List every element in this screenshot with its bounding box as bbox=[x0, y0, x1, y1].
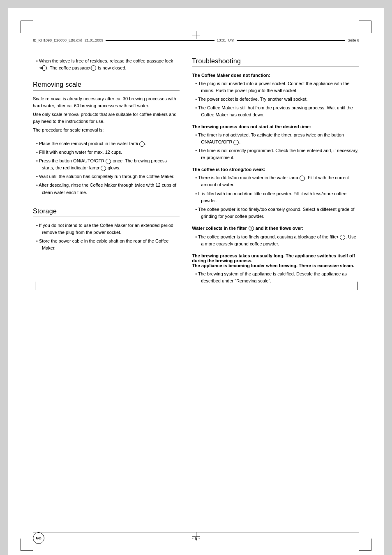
header-file-info: IB_KH1098_E26058_LB6.qxd bbox=[33, 38, 82, 42]
trouble-section-5: The brewing process takes unusually long… bbox=[192, 253, 359, 284]
trouble-title-2: The brewing process does not start at th… bbox=[192, 124, 359, 129]
icon-lamp: 9 bbox=[101, 166, 106, 171]
trouble-5-b1: The brewing system of the appliance is c… bbox=[195, 271, 359, 284]
footer-page: - 6 - bbox=[192, 536, 200, 541]
storage-section: Storage If you do not intend to use the … bbox=[33, 208, 180, 252]
header-date: 21.01.2009 bbox=[85, 38, 103, 42]
trouble-1-b3: The Coffee Maker is still hot from the p… bbox=[195, 104, 359, 118]
corner-mark-br bbox=[359, 539, 371, 551]
storage-bullet-1: If you do not intend to use the Coffee M… bbox=[36, 222, 180, 236]
header-bar: IB_KH1098_E26058_LB6.qxd 21.01.2009 13:3… bbox=[33, 38, 359, 43]
bullet-scale-4: Wait until the solution has completely r… bbox=[36, 173, 180, 180]
removing-scale-para1: Scale removal is already necessary after… bbox=[33, 95, 180, 109]
footer: GB - 6 - bbox=[33, 532, 359, 541]
storage-bullet-2: Store the power cable in the cable shaft… bbox=[36, 238, 180, 252]
removing-scale-section: Removing scale Scale removal is already … bbox=[33, 81, 180, 196]
trouble-bullets-1: The plug is not inserted into a power so… bbox=[192, 80, 359, 118]
crosshair-right bbox=[353, 282, 361, 290]
removing-scale-body: Scale removal is already necessary after… bbox=[33, 95, 180, 134]
icon-onoff-2: 1 bbox=[233, 140, 239, 145]
trouble-1-b2: The power socket is defective. Try anoth… bbox=[195, 96, 359, 103]
removing-scale-para3: The procedure for scale removal is: bbox=[33, 127, 180, 134]
icon-onoff-1: 1 bbox=[106, 159, 111, 164]
trouble-title-5: The brewing process takes unusually long… bbox=[192, 253, 359, 268]
trouble-2-b1: The timer is not activated. To activate … bbox=[195, 132, 359, 146]
icon-tank: 3 bbox=[139, 141, 145, 147]
header-divider2 bbox=[237, 40, 345, 41]
intro-icon2: 10 bbox=[91, 65, 96, 71]
trouble-section-1: The Coffee Maker does not function: The … bbox=[192, 73, 359, 118]
trouble-bullets-5: The brewing system of the appliance is c… bbox=[192, 271, 359, 284]
icon-filter: 1 bbox=[249, 226, 254, 231]
time-cursor bbox=[227, 38, 227, 43]
trouble-bullets-4: The coffee powder is too finely ground, … bbox=[192, 234, 359, 247]
removing-scale-bullets: Place the scale removal product in the w… bbox=[33, 140, 180, 196]
icon-tank-2: 3 bbox=[300, 176, 305, 181]
intro-icon1: 10 bbox=[42, 65, 47, 71]
intro-text: • When the sieve is free of residues, re… bbox=[36, 58, 180, 71]
trouble-section-3: The coffee is too strong/too weak: There… bbox=[192, 167, 359, 220]
intro-section: • When the sieve is free of residues, re… bbox=[33, 58, 180, 71]
bullet-scale-3: Press the button ON/AUTO/OFF 1 once. The… bbox=[36, 157, 180, 171]
removing-scale-title: Removing scale bbox=[33, 81, 180, 90]
crosshair-left bbox=[31, 282, 39, 290]
trouble-bullets-3: There is too little/too much water in th… bbox=[192, 174, 359, 220]
trouble-section-2: The brewing process does not start at th… bbox=[192, 124, 359, 161]
trouble-1-b1: The plug is not inserted into a power so… bbox=[195, 80, 359, 94]
storage-title: Storage bbox=[33, 208, 180, 217]
header-divider bbox=[106, 40, 214, 41]
corner-mark-tl bbox=[21, 21, 33, 33]
corner-mark-bl bbox=[21, 539, 33, 551]
troubleshooting-title: Troubleshooting bbox=[192, 58, 359, 67]
bullet-scale-2: Fill it with enough water for max. 12 cu… bbox=[36, 149, 180, 156]
trouble-3-b3: The coffee powder is too finely/too coar… bbox=[195, 206, 359, 220]
page: IB_KH1098_E26058_LB6.qxd 21.01.2009 13:3… bbox=[8, 8, 384, 555]
bullet-scale-1: Place the scale removal product in the w… bbox=[36, 140, 180, 147]
header-time-unit: Uhr bbox=[228, 38, 234, 42]
removing-scale-para2: Use only scale removal products that are… bbox=[33, 111, 180, 125]
trouble-4-b1: The coffee powder is too finely ground, … bbox=[195, 234, 359, 247]
right-column: Troubleshooting The Coffee Maker does no… bbox=[192, 58, 359, 286]
trouble-2-b2: The time is not correctly programmed. Ch… bbox=[195, 147, 359, 161]
footer-badge: GB bbox=[33, 532, 44, 544]
corner-mark-tr bbox=[359, 21, 371, 33]
content-area: • When the sieve is free of residues, re… bbox=[33, 58, 359, 286]
trouble-title-1: The Coffee Maker does not function: bbox=[192, 73, 359, 78]
trouble-bullets-2: The timer is not activated. To activate … bbox=[192, 132, 359, 161]
left-column: • When the sieve is free of residues, re… bbox=[33, 58, 180, 286]
header-page-label: Seite 6 bbox=[348, 38, 359, 42]
header-time-section: 13:31 Uhr bbox=[217, 38, 234, 43]
storage-bullets: If you do not intend to use the Coffee M… bbox=[33, 222, 180, 252]
trouble-3-b1: There is too little/too much water in th… bbox=[195, 174, 359, 188]
icon-filter-2: 1 bbox=[340, 235, 345, 240]
trouble-title-3: The coffee is too strong/too weak: bbox=[192, 167, 359, 172]
trouble-3-b2: It is filled with too much/too little co… bbox=[195, 190, 359, 204]
header-time: 13:31 bbox=[217, 38, 226, 42]
bullet-scale-5: After descaling, rinse the Coffee Maker … bbox=[36, 182, 180, 196]
trouble-section-4: Water collects in the filter 1 and it th… bbox=[192, 226, 359, 248]
trouble-title-4: Water collects in the filter 1 and it th… bbox=[192, 226, 359, 231]
